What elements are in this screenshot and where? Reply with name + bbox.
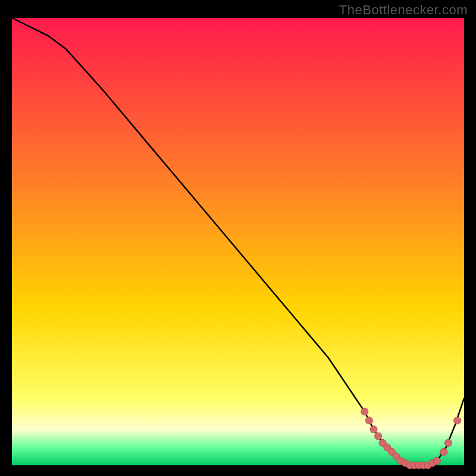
data-marker xyxy=(375,433,382,440)
data-marker xyxy=(370,426,377,433)
chart-container: TheBottlenecker.com xyxy=(0,0,476,476)
data-marker xyxy=(365,417,372,424)
data-marker xyxy=(433,458,440,465)
data-marker xyxy=(454,417,461,424)
data-marker xyxy=(444,439,452,446)
source-caption: TheBottlenecker.com xyxy=(339,2,468,18)
data-marker xyxy=(440,448,447,455)
data-marker xyxy=(361,408,368,415)
plot-background xyxy=(12,18,464,465)
bottleneck-chart xyxy=(0,0,476,476)
